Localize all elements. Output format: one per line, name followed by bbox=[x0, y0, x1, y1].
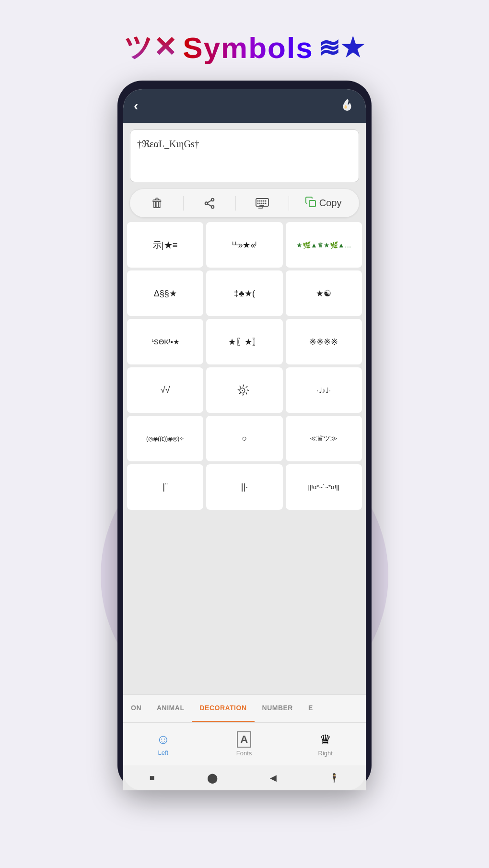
phone-screen: ‹ †ℜεαL_KιηGs† 🗑 bbox=[123, 89, 366, 790]
symbol-cell-3-3[interactable]: ※※※※ bbox=[286, 319, 362, 364]
symbol-cell-1-3[interactable]: ★🌿▲♛★🌿▲… bbox=[286, 222, 362, 268]
sys-circle[interactable]: ⬤ bbox=[207, 772, 218, 784]
system-nav: ■ ⬤ ◀ 🕴 bbox=[123, 765, 366, 790]
grid-row-4: √√ ⊙҉ ·♩♪♩· bbox=[127, 367, 362, 413]
tab-number[interactable]: NUMBER bbox=[255, 695, 301, 722]
share-button[interactable] bbox=[199, 195, 220, 211]
smiley-icon: ☺ bbox=[156, 732, 170, 747]
title-symbols: Symbols bbox=[183, 31, 313, 65]
grid-row-5: (◎◉((ε))◉◎)✧ ○ ≪♛ツ≫ bbox=[127, 416, 362, 461]
fonts-icon: A bbox=[237, 731, 251, 748]
phone-frame: ‹ †ℜεαL_KιηGs† 🗑 bbox=[117, 81, 372, 790]
nav-right[interactable]: ♛ Right bbox=[318, 732, 333, 757]
grid-row-2: Δ§§★ ‡♣★( ★☯ bbox=[127, 270, 362, 316]
svg-line-4 bbox=[208, 204, 211, 206]
symbol-cell-2-1[interactable]: Δ§§★ bbox=[127, 270, 203, 316]
svg-rect-17 bbox=[309, 200, 315, 207]
action-bar: 🗑 bbox=[130, 189, 359, 217]
grid-row-6: |¨ ||· ||!α*~`~*α!|| bbox=[127, 464, 362, 510]
svg-point-1 bbox=[205, 202, 208, 204]
delete-button[interactable]: 🗑 bbox=[147, 194, 167, 212]
text-input-section: †ℜεαL_KιηGs† bbox=[123, 123, 366, 189]
sys-triangle[interactable]: ◀ bbox=[270, 773, 277, 783]
divider-2 bbox=[235, 196, 236, 211]
symbol-cell-2-3[interactable]: ★☯ bbox=[286, 270, 362, 316]
sys-square[interactable]: ■ bbox=[150, 773, 155, 783]
sys-person[interactable]: 🕴 bbox=[329, 773, 339, 783]
svg-point-2 bbox=[211, 205, 214, 208]
symbol-cell-5-2[interactable]: ○ bbox=[206, 416, 282, 461]
category-tabs: ON ANIMAL DECORATION NUMBER E bbox=[123, 694, 366, 722]
crown-icon: ♛ bbox=[319, 732, 331, 748]
symbol-cell-2-2[interactable]: ‡♣★( bbox=[206, 270, 282, 316]
copy-button[interactable]: Copy bbox=[305, 196, 342, 211]
nav-fonts-label: Fonts bbox=[236, 750, 252, 757]
svg-line-3 bbox=[208, 200, 211, 202]
text-input-box[interactable]: †ℜεαL_KιηGs† bbox=[130, 129, 359, 182]
copy-icon bbox=[305, 196, 316, 211]
symbol-cell-4-1[interactable]: √√ bbox=[127, 367, 203, 413]
keyboard-button[interactable] bbox=[252, 196, 273, 211]
symbol-cell-3-2[interactable]: ★〖★〗 bbox=[206, 319, 282, 364]
top-bar: ‹ bbox=[123, 89, 366, 123]
svg-point-0 bbox=[211, 198, 214, 200]
symbol-cell-5-1[interactable]: (◎◉((ε))◉◎)✧ bbox=[127, 416, 203, 461]
tab-on[interactable]: ON bbox=[123, 695, 149, 722]
title-right-symbols: ≋★ bbox=[318, 33, 365, 63]
symbol-cell-4-3[interactable]: ·♩♪♩· bbox=[286, 367, 362, 413]
nav-right-label: Right bbox=[318, 750, 333, 757]
divider-3 bbox=[289, 196, 289, 211]
divider-1 bbox=[183, 196, 184, 211]
title-katakana: ツ✕ bbox=[124, 29, 178, 66]
symbol-cell-4-2[interactable]: ⊙҉ bbox=[206, 367, 282, 413]
back-button[interactable]: ‹ bbox=[134, 98, 138, 114]
symbol-cell-6-3[interactable]: ||!α*~`~*α!|| bbox=[286, 464, 362, 510]
tab-decoration[interactable]: DECORATION bbox=[192, 695, 254, 722]
input-text: †ℜεαL_KιηGs† bbox=[137, 139, 199, 149]
nav-fonts[interactable]: A Fonts bbox=[236, 731, 252, 757]
symbols-grid: 示|★≡ ᴸᴸ»★«ᴶ ★🌿▲♛★🌿▲… Δ§§★ ‡♣★( ★☯ ᴸSΘKᴶ▪… bbox=[123, 222, 366, 694]
grid-row-3: ᴸSΘKᴶ▪★ ★〖★〗 ※※※※ bbox=[127, 319, 362, 364]
symbol-cell-1-1[interactable]: 示|★≡ bbox=[127, 222, 203, 268]
symbol-cell-1-2[interactable]: ᴸᴸ»★«ᴶ bbox=[206, 222, 282, 268]
tab-animal[interactable]: ANIMAL bbox=[149, 695, 192, 722]
grid-row-1: 示|★≡ ᴸᴸ»★«ᴶ ★🌿▲♛★🌿▲… bbox=[127, 222, 362, 268]
flame-icon[interactable] bbox=[339, 98, 355, 114]
symbol-cell-3-1[interactable]: ᴸSΘKᴶ▪★ bbox=[127, 319, 203, 364]
copy-label: Copy bbox=[319, 198, 342, 209]
app-title: ツ✕ Symbols ≋★ bbox=[124, 29, 364, 66]
nav-left[interactable]: ☺ Left bbox=[156, 732, 170, 756]
symbol-cell-6-2[interactable]: ||· bbox=[206, 464, 282, 510]
tab-extra[interactable]: E bbox=[301, 695, 321, 722]
bottom-nav: ☺ Left A Fonts ♛ Right bbox=[123, 722, 366, 765]
symbol-cell-5-3[interactable]: ≪♛ツ≫ bbox=[286, 416, 362, 461]
symbol-cell-6-1[interactable]: |¨ bbox=[127, 464, 203, 510]
nav-left-label: Left bbox=[158, 749, 169, 756]
